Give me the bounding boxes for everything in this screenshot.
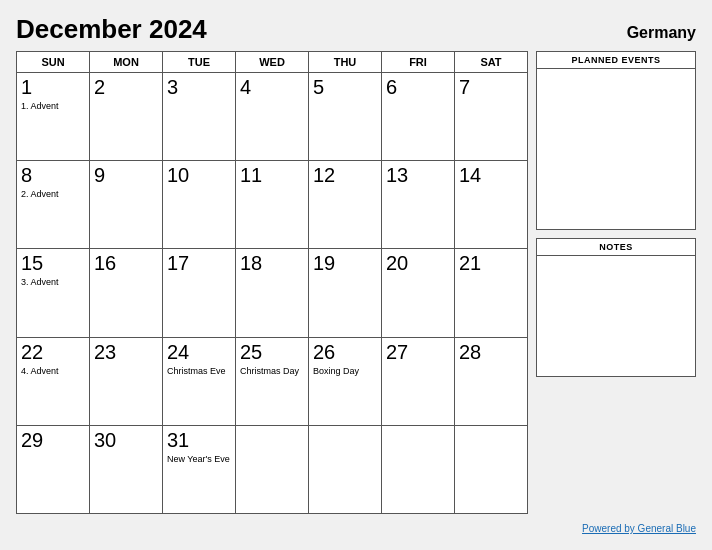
calendar-cell: 10 xyxy=(163,161,236,249)
day-number: 17 xyxy=(167,252,231,275)
day-event: 1. Advent xyxy=(21,101,85,112)
day-number: 23 xyxy=(94,341,158,364)
day-number: 6 xyxy=(386,76,450,99)
calendar-cell: 31New Year's Eve xyxy=(163,425,236,513)
day-event: Christmas Eve xyxy=(167,366,231,377)
dow-header: SAT xyxy=(455,52,528,73)
day-number: 5 xyxy=(313,76,377,99)
calendar-section: SUNMONTUEWEDTHUFRISAT 11. Advent23456782… xyxy=(16,51,528,514)
calendar-cell: 4 xyxy=(236,73,309,161)
day-number: 12 xyxy=(313,164,377,187)
calendar-cell: 224. Advent xyxy=(17,337,90,425)
day-event: 2. Advent xyxy=(21,189,85,200)
calendar-cell: 82. Advent xyxy=(17,161,90,249)
dow-header: TUE xyxy=(163,52,236,73)
day-number: 27 xyxy=(386,341,450,364)
day-event: New Year's Eve xyxy=(167,454,231,465)
day-number: 21 xyxy=(459,252,523,275)
day-event: Christmas Day xyxy=(240,366,304,377)
calendar-cell: 23 xyxy=(90,337,163,425)
calendar-cell xyxy=(455,425,528,513)
calendar-cell: 153. Advent xyxy=(17,249,90,337)
calendar-table: SUNMONTUEWEDTHUFRISAT 11. Advent23456782… xyxy=(16,51,528,514)
header: December 2024 Germany xyxy=(16,14,696,45)
day-event: 4. Advent xyxy=(21,366,85,377)
footer: Powered by General Blue xyxy=(16,518,696,536)
calendar-cell: 28 xyxy=(455,337,528,425)
day-number: 2 xyxy=(94,76,158,99)
day-number: 20 xyxy=(386,252,450,275)
notes-body xyxy=(537,256,695,376)
main-content: SUNMONTUEWEDTHUFRISAT 11. Advent23456782… xyxy=(16,51,696,514)
calendar-cell: 7 xyxy=(455,73,528,161)
day-number: 19 xyxy=(313,252,377,275)
calendar-cell xyxy=(382,425,455,513)
page-title: December 2024 xyxy=(16,14,207,45)
calendar-cell xyxy=(309,425,382,513)
calendar-cell: 6 xyxy=(382,73,455,161)
calendar-cell: 24Christmas Eve xyxy=(163,337,236,425)
dow-header: FRI xyxy=(382,52,455,73)
country-label: Germany xyxy=(627,24,696,42)
calendar-cell: 21 xyxy=(455,249,528,337)
day-number: 1 xyxy=(21,76,85,99)
calendar-cell: 2 xyxy=(90,73,163,161)
day-number: 28 xyxy=(459,341,523,364)
calendar-cell: 29 xyxy=(17,425,90,513)
planned-events-body xyxy=(537,69,695,229)
day-number: 24 xyxy=(167,341,231,364)
notes-box: NOTES xyxy=(536,238,696,377)
day-number: 22 xyxy=(21,341,85,364)
day-number: 26 xyxy=(313,341,377,364)
calendar-cell: 11. Advent xyxy=(17,73,90,161)
calendar-cell: 30 xyxy=(90,425,163,513)
calendar-cell: 11 xyxy=(236,161,309,249)
calendar-cell: 3 xyxy=(163,73,236,161)
day-number: 31 xyxy=(167,429,231,452)
day-number: 16 xyxy=(94,252,158,275)
day-number: 10 xyxy=(167,164,231,187)
calendar-cell: 25Christmas Day xyxy=(236,337,309,425)
calendar-cell: 17 xyxy=(163,249,236,337)
page: December 2024 Germany SUNMONTUEWEDTHUFRI… xyxy=(6,6,706,544)
dow-header: WED xyxy=(236,52,309,73)
calendar-cell xyxy=(236,425,309,513)
day-number: 9 xyxy=(94,164,158,187)
calendar-cell: 12 xyxy=(309,161,382,249)
day-number: 3 xyxy=(167,76,231,99)
day-number: 8 xyxy=(21,164,85,187)
day-number: 30 xyxy=(94,429,158,452)
calendar-cell: 26Boxing Day xyxy=(309,337,382,425)
calendar-cell: 18 xyxy=(236,249,309,337)
calendar-cell: 19 xyxy=(309,249,382,337)
calendar-cell: 27 xyxy=(382,337,455,425)
sidebar: PLANNED EVENTS NOTES xyxy=(536,51,696,514)
powered-by-link[interactable]: Powered by General Blue xyxy=(582,523,696,534)
day-number: 15 xyxy=(21,252,85,275)
day-number: 11 xyxy=(240,164,304,187)
day-number: 14 xyxy=(459,164,523,187)
day-event: 3. Advent xyxy=(21,277,85,288)
calendar-cell: 14 xyxy=(455,161,528,249)
calendar-cell: 5 xyxy=(309,73,382,161)
day-number: 13 xyxy=(386,164,450,187)
day-number: 7 xyxy=(459,76,523,99)
day-number: 4 xyxy=(240,76,304,99)
calendar-cell: 9 xyxy=(90,161,163,249)
notes-title: NOTES xyxy=(537,239,695,256)
calendar-cell: 20 xyxy=(382,249,455,337)
dow-header: MON xyxy=(90,52,163,73)
day-number: 25 xyxy=(240,341,304,364)
dow-header: THU xyxy=(309,52,382,73)
day-event: Boxing Day xyxy=(313,366,377,377)
day-number: 18 xyxy=(240,252,304,275)
planned-events-box: PLANNED EVENTS xyxy=(536,51,696,230)
planned-events-title: PLANNED EVENTS xyxy=(537,52,695,69)
dow-header: SUN xyxy=(17,52,90,73)
calendar-cell: 13 xyxy=(382,161,455,249)
calendar-cell: 16 xyxy=(90,249,163,337)
day-number: 29 xyxy=(21,429,85,452)
